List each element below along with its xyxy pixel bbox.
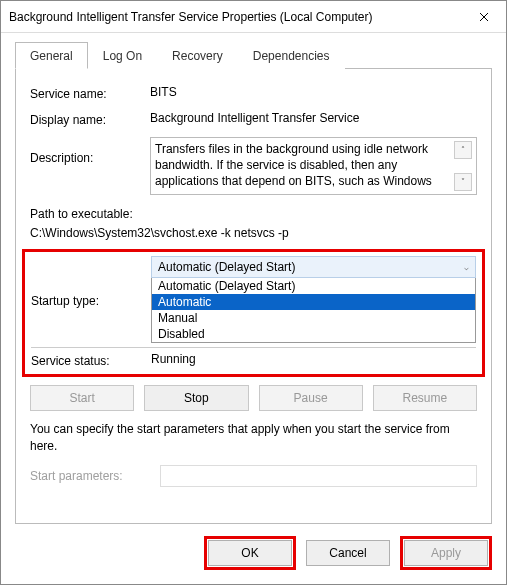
path-label: Path to executable:: [30, 205, 477, 224]
tab-recovery[interactable]: Recovery: [157, 42, 238, 69]
tab-general[interactable]: General: [15, 42, 88, 69]
start-parameters-label: Start parameters:: [30, 469, 160, 483]
tabpanel-general: Service name: BITS Display name: Backgro…: [15, 68, 492, 524]
scroll-up-button[interactable]: ˄: [454, 141, 472, 159]
close-icon: [479, 12, 489, 22]
service-properties-dialog: Background Intelligent Transfer Service …: [0, 0, 507, 585]
start-parameters-note: You can specify the start parameters tha…: [30, 421, 477, 455]
start-parameters-input[interactable]: [160, 465, 477, 487]
startup-option-manual[interactable]: Manual: [152, 310, 475, 326]
chevron-down-icon: ⌵: [464, 263, 469, 272]
display-name-value: Background Intelligent Transfer Service: [150, 111, 477, 127]
stop-button[interactable]: Stop: [144, 385, 248, 411]
service-control-buttons: Start Stop Pause Resume: [30, 385, 477, 411]
window-title: Background Intelligent Transfer Service …: [9, 10, 462, 24]
startup-option-disabled[interactable]: Disabled: [152, 326, 475, 342]
path-value: C:\Windows\System32\svchost.exe -k netsv…: [30, 224, 477, 243]
apply-button[interactable]: Apply: [404, 540, 488, 566]
tab-dependencies[interactable]: Dependencies: [238, 42, 345, 69]
chevron-down-icon: ˅: [461, 177, 465, 186]
dialog-content: General Log On Recovery Dependencies Ser…: [1, 33, 506, 524]
resume-button[interactable]: Resume: [373, 385, 477, 411]
scroll-down-button[interactable]: ˅: [454, 173, 472, 191]
ok-highlight: OK: [204, 536, 296, 570]
description-box: Transfers files in the background using …: [150, 137, 477, 195]
description-scrollbar: ˄ ˅: [454, 141, 472, 191]
startup-option-automatic[interactable]: Automatic: [152, 294, 475, 310]
chevron-up-icon: ˄: [461, 145, 465, 154]
description-text: Transfers files in the background using …: [155, 141, 454, 191]
startup-combo-value: Automatic (Delayed Start): [158, 260, 295, 274]
service-status-value: Running: [151, 352, 196, 368]
pause-button[interactable]: Pause: [259, 385, 363, 411]
description-label: Description:: [30, 137, 150, 195]
divider: [31, 347, 476, 348]
close-button[interactable]: [462, 1, 506, 33]
service-name-label: Service name:: [30, 85, 150, 101]
display-name-label: Display name:: [30, 111, 150, 127]
startup-type-combo[interactable]: Automatic (Delayed Start) ⌵ Automatic (D…: [151, 256, 476, 343]
startup-combo-display[interactable]: Automatic (Delayed Start) ⌵: [151, 256, 476, 278]
tab-strip: General Log On Recovery Dependencies: [15, 41, 492, 68]
dialog-footer: OK Cancel Apply: [1, 524, 506, 584]
service-status-label: Service status:: [31, 352, 151, 368]
ok-button[interactable]: OK: [208, 540, 292, 566]
titlebar: Background Intelligent Transfer Service …: [1, 1, 506, 33]
tab-logon[interactable]: Log On: [88, 42, 157, 69]
start-button[interactable]: Start: [30, 385, 134, 411]
startup-type-label: Startup type:: [31, 292, 151, 308]
startup-combo-dropdown: Automatic (Delayed Start) Automatic Manu…: [151, 278, 476, 343]
cancel-button[interactable]: Cancel: [306, 540, 390, 566]
service-name-value: BITS: [150, 85, 477, 101]
startup-option-auto-delayed[interactable]: Automatic (Delayed Start): [152, 278, 475, 294]
startup-highlight: Startup type: Automatic (Delayed Start) …: [22, 249, 485, 377]
apply-highlight: Apply: [400, 536, 492, 570]
